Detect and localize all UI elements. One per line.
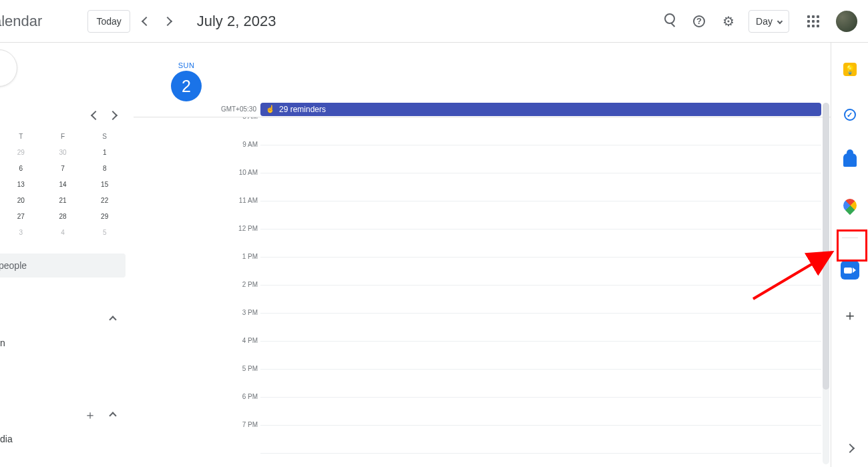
chevron-right-icon	[845, 444, 854, 453]
hour-label: 3 PM	[234, 309, 258, 316]
hour-row[interactable]: 12 PM	[260, 229, 831, 258]
hide-side-panel-button[interactable]	[837, 435, 863, 462]
hour-label: 8 AM	[234, 117, 258, 120]
google-apps-button[interactable]	[800, 8, 827, 35]
mini-cal-next[interactable]	[104, 107, 122, 124]
hour-row[interactable]: 1 PM	[260, 258, 831, 286]
next-day-button[interactable]	[157, 11, 178, 32]
mini-cal-dow: F	[42, 128, 84, 144]
account-avatar[interactable]	[836, 11, 857, 32]
hour-label: 7 PM	[234, 421, 258, 428]
scrollbar-track[interactable]	[823, 103, 829, 464]
search-button[interactable]	[656, 8, 683, 35]
hour-row[interactable]: 3 PM	[260, 314, 831, 342]
panel-separator	[842, 238, 858, 238]
mini-cal-day[interactable]: 1	[83, 144, 126, 160]
keep-button[interactable]: 💡	[837, 56, 863, 83]
maps-button[interactable]	[837, 192, 863, 219]
mini-cal-day[interactable]: 8	[83, 160, 126, 176]
hour-label: 6 PM	[234, 393, 258, 400]
chevron-up-icon	[109, 316, 116, 323]
mini-calendar-grid[interactable]: TFS 29301678131415202122272829345	[0, 128, 126, 240]
section-collapse-2[interactable]	[104, 407, 122, 424]
calendar-list-item-2[interactable]: dia	[0, 434, 126, 444]
maps-icon	[840, 196, 859, 215]
hour-label: 11 AM	[234, 197, 258, 204]
hour-row[interactable]: 8 AM	[260, 117, 831, 145]
mini-cal-day[interactable]: 3	[0, 224, 42, 240]
side-panel: 💡 ＋	[831, 43, 868, 467]
contacts-icon	[843, 153, 857, 167]
zoom-addon-button[interactable]	[837, 257, 863, 284]
mini-cal-day[interactable]: 4	[42, 224, 84, 240]
mini-cal-day[interactable]: 5	[83, 224, 126, 240]
mini-cal-day[interactable]: 28	[42, 208, 84, 224]
search-people-input[interactable]: people	[0, 254, 126, 278]
mini-cal-day[interactable]: 6	[0, 160, 42, 176]
tasks-icon	[844, 109, 856, 121]
timezone-label: GMT+05:30	[134, 105, 260, 113]
calendar-list-item-1[interactable]: n	[0, 338, 126, 348]
hour-row[interactable]: 11 AM	[260, 201, 831, 229]
hour-label: 10 AM	[234, 169, 258, 176]
date-nav	[136, 11, 178, 32]
keep-icon: 💡	[843, 63, 857, 76]
hour-label: 4 PM	[234, 337, 258, 344]
day-of-week: SUN	[171, 61, 202, 69]
help-icon: ?	[693, 15, 705, 27]
scrollbar-thumb[interactable]	[823, 103, 829, 390]
mini-cal-day[interactable]: 29	[83, 208, 126, 224]
mini-cal-day[interactable]: 13	[0, 176, 42, 192]
add-other-calendars-button[interactable]: ＋	[84, 407, 96, 424]
plus-icon: ＋	[843, 306, 857, 326]
current-date: July 2, 2023	[197, 13, 276, 30]
mini-cal-day[interactable]: 14	[42, 176, 84, 192]
reminders-event[interactable]: ☝ 29 reminders	[260, 103, 821, 116]
hour-label: 5 PM	[234, 365, 258, 372]
view-selector[interactable]: Day	[748, 10, 789, 33]
search-people-text: people	[0, 260, 27, 271]
mini-cal-day[interactable]: 21	[42, 192, 84, 208]
chevron-right-icon	[108, 111, 118, 120]
hour-row[interactable]: 5 PM	[260, 370, 831, 398]
apps-grid-icon	[807, 15, 819, 27]
mini-cal-day[interactable]: 20	[0, 192, 42, 208]
hour-label: 9 AM	[234, 141, 258, 148]
mini-calendar: TFS 29301678131415202122272829345	[0, 107, 126, 240]
view-selector-label: Day	[756, 16, 773, 27]
app-header: alendar Today July 2, 2023 ? ⚙ Day	[0, 0, 868, 43]
all-day-row: GMT+05:30 ☝ 29 reminders	[134, 101, 831, 117]
app-title: alendar	[0, 13, 55, 30]
chevron-up-icon	[109, 412, 116, 419]
hour-row[interactable]: 9 AM	[260, 145, 831, 173]
tasks-button[interactable]	[837, 101, 863, 128]
hours-scroll-area[interactable]: 8 AM9 AM10 AM11 AM12 PM1 PM2 PM3 PM4 PM5…	[134, 117, 831, 467]
day-view: SUN 2 GMT+05:30 ☝ 29 reminders 8 AM9 AM1…	[134, 43, 831, 467]
get-addons-button[interactable]: ＋	[837, 302, 863, 329]
hour-row[interactable]: 4 PM	[260, 342, 831, 370]
hour-row[interactable]: 7 PM	[260, 426, 831, 454]
create-button[interactable]	[0, 49, 17, 87]
mini-cal-dow: T	[0, 128, 42, 144]
settings-button[interactable]: ⚙	[715, 8, 742, 35]
mini-cal-day[interactable]: 7	[42, 160, 84, 176]
mini-cal-day[interactable]: 29	[0, 144, 42, 160]
mini-cal-prev[interactable]	[87, 107, 104, 124]
mini-cal-day[interactable]: 22	[83, 192, 126, 208]
mini-cal-day[interactable]: 27	[0, 208, 42, 224]
mini-cal-day[interactable]: 15	[83, 176, 126, 192]
zoom-icon	[841, 261, 859, 280]
day-column-header[interactable]: SUN 2	[171, 61, 202, 101]
mini-cal-day[interactable]: 30	[42, 144, 84, 160]
prev-day-button[interactable]	[136, 11, 157, 32]
hour-row[interactable]: 6 PM	[260, 398, 831, 426]
mini-cal-dow: S	[83, 128, 126, 144]
contacts-button[interactable]	[837, 147, 863, 173]
support-button[interactable]: ?	[686, 8, 712, 35]
day-number: 2	[171, 71, 202, 101]
hour-row[interactable]: 2 PM	[260, 286, 831, 314]
section-collapse-1[interactable]	[104, 311, 122, 328]
hour-row[interactable]: 10 AM	[260, 173, 831, 201]
today-button[interactable]: Today	[87, 10, 130, 33]
reminders-event-label: 29 reminders	[279, 105, 326, 114]
